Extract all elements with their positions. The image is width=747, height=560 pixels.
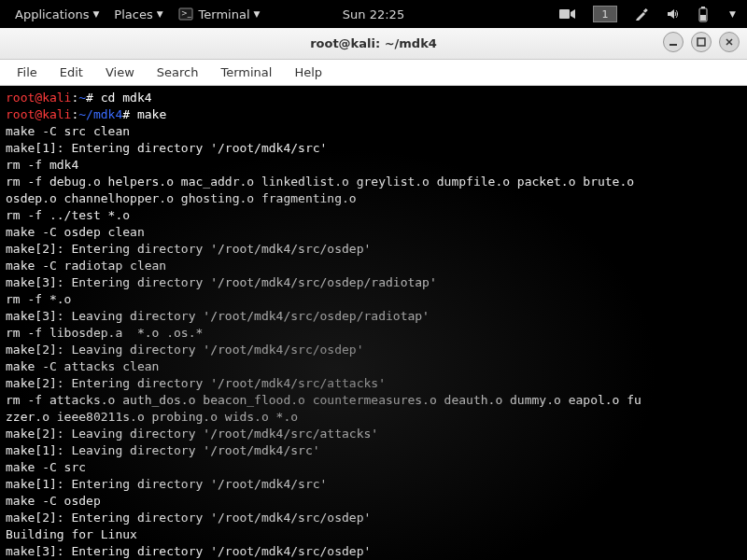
terminal-line: make -C attacks clean bbox=[6, 359, 159, 373]
terminal-window: root@kali: ~/mdk4 File Edit View Search … bbox=[0, 28, 747, 560]
terminal-line: make[3]: Leaving directory '/root/mdk4/s… bbox=[6, 309, 430, 323]
battery-icon[interactable] bbox=[694, 6, 712, 22]
terminal-line: make -C radiotap clean bbox=[6, 259, 166, 273]
terminal-line: Building for Linux bbox=[6, 527, 137, 541]
menu-search[interactable]: Search bbox=[146, 63, 210, 82]
menubar: File Edit View Search Terminal Help bbox=[0, 60, 747, 86]
minimize-button[interactable] bbox=[663, 32, 684, 52]
menu-edit[interactable]: Edit bbox=[49, 63, 94, 82]
terminal-line: make[1]: Entering directory '/root/mdk4/… bbox=[6, 477, 327, 491]
prompt-userhost: root@kali bbox=[6, 91, 71, 105]
prompt-path: ~ bbox=[78, 91, 86, 105]
titlebar[interactable]: root@kali: ~/mdk4 bbox=[0, 28, 747, 60]
prompt-userhost: root@kali bbox=[6, 107, 71, 121]
prompt-cmd: make bbox=[130, 107, 166, 121]
terminal-line: make -C src bbox=[6, 460, 86, 474]
prompt-cmd: cd mdk4 bbox=[93, 91, 152, 105]
terminal-line: rm -f debug.o helpers.o mac_addr.o linke… bbox=[6, 175, 634, 189]
svg-rect-3 bbox=[643, 8, 648, 13]
menu-terminal[interactable]: Terminal bbox=[209, 63, 283, 82]
terminal-line: make[2]: Entering directory '/root/mdk4/… bbox=[6, 511, 371, 525]
terminal-line: make -C osdep clean bbox=[6, 225, 145, 239]
workspace-badge: 1 bbox=[593, 6, 617, 22]
terminal-line: make[2]: Entering directory '/root/mdk4/… bbox=[6, 242, 371, 256]
terminal-line: make -C src clean bbox=[6, 124, 130, 138]
terminal-line: make[1]: Entering directory '/root/mdk4/… bbox=[6, 141, 327, 155]
maximize-button[interactable] bbox=[691, 32, 712, 52]
svg-rect-8 bbox=[698, 38, 705, 46]
terminal-line: rm -f ../test *.o bbox=[6, 208, 130, 222]
places-label: Places bbox=[114, 7, 152, 21]
terminal-icon: >_ bbox=[178, 7, 193, 21]
applications-label: Applications bbox=[15, 7, 89, 21]
svg-rect-2 bbox=[559, 9, 570, 19]
svg-text:>_: >_ bbox=[181, 9, 192, 18]
prompt-path: ~/mdk4 bbox=[78, 107, 122, 121]
svg-rect-5 bbox=[701, 7, 705, 8]
clock-label: Sun 22:25 bbox=[343, 7, 404, 21]
terminal-line: osdep.o channelhopper.o ghosting.o fragm… bbox=[6, 191, 357, 205]
window-controls bbox=[663, 32, 740, 52]
terminal-line: make -C osdep bbox=[6, 494, 101, 508]
menu-view[interactable]: View bbox=[94, 63, 146, 82]
close-button[interactable] bbox=[719, 32, 740, 52]
focused-app-label: Terminal bbox=[199, 7, 250, 21]
terminal-line: rm -f mdk4 bbox=[6, 158, 78, 172]
chevron-down-icon: ▼ bbox=[157, 9, 163, 19]
menu-file[interactable]: File bbox=[6, 63, 49, 82]
workspace-switcher[interactable]: 1 bbox=[589, 6, 621, 22]
chevron-down-icon: ▼ bbox=[729, 9, 736, 19]
prompt-hash: # bbox=[122, 107, 130, 121]
terminal-line: make[2]: Leaving directory '/root/mdk4/s… bbox=[6, 343, 364, 357]
terminal-line: make[3]: Entering directory '/root/mdk4/… bbox=[6, 275, 437, 289]
window-title: root@kali: ~/mdk4 bbox=[310, 36, 437, 50]
color-picker-icon[interactable] bbox=[630, 7, 653, 21]
terminal-line: make[1]: Leaving directory '/root/mdk4/s… bbox=[6, 443, 320, 457]
terminal-line: rm -f libosdep.a *.o .os.* bbox=[6, 326, 203, 340]
terminal-line: rm -f attacks.o auth_dos.o beacon_flood.… bbox=[6, 393, 641, 407]
terminal-line: make[2]: Leaving directory '/root/mdk4/s… bbox=[6, 427, 378, 441]
chevron-down-icon: ▼ bbox=[254, 9, 261, 19]
places-menu[interactable]: Places ▼ bbox=[106, 0, 170, 28]
svg-rect-6 bbox=[700, 15, 706, 21]
clock[interactable]: Sun 22:25 bbox=[335, 0, 412, 28]
svg-rect-7 bbox=[669, 44, 677, 46]
terminal-line: zzer.o ieee80211s.o probing.o wids.o *.o bbox=[6, 410, 298, 424]
terminal-line: make[2]: Entering directory '/root/mdk4/… bbox=[6, 376, 386, 390]
volume-icon[interactable] bbox=[662, 7, 684, 21]
video-icon[interactable] bbox=[556, 7, 580, 21]
terminal-viewport[interactable]: root@kali:~# cd mdk4 root@kali:~/mdk4# m… bbox=[0, 86, 747, 560]
terminal-line: make[3]: Entering directory '/root/mdk4/… bbox=[6, 544, 371, 558]
focused-app[interactable]: >_ Terminal ▼ bbox=[171, 0, 268, 28]
power-menu[interactable]: ▼ bbox=[722, 9, 740, 19]
chevron-down-icon: ▼ bbox=[92, 9, 99, 19]
system-tray: 1 ▼ bbox=[556, 6, 740, 22]
applications-menu[interactable]: Applications ▼ bbox=[7, 0, 106, 28]
terminal-line: rm -f *.o bbox=[6, 292, 71, 306]
prompt-hash: # bbox=[86, 91, 93, 105]
menu-help[interactable]: Help bbox=[283, 63, 333, 82]
top-panel: Applications ▼ Places ▼ >_ Terminal ▼ Su… bbox=[0, 0, 747, 28]
